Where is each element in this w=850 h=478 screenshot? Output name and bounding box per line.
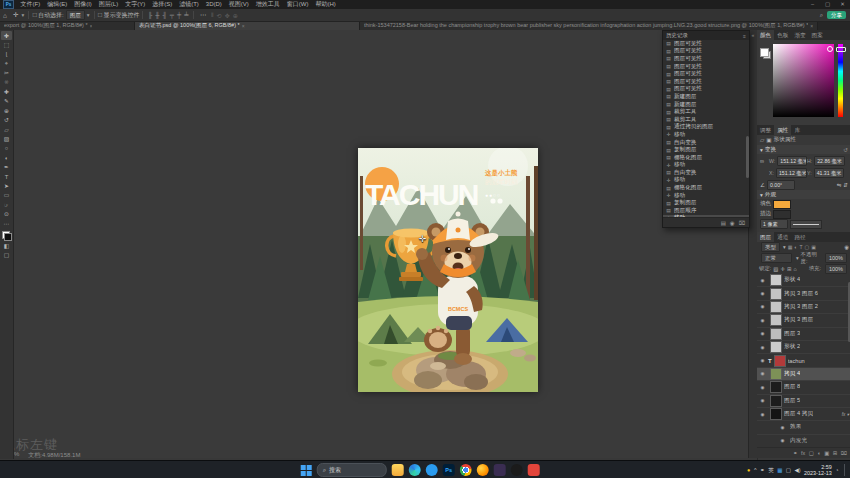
- tray-hidden-icons-chevron[interactable]: ^: [754, 467, 757, 473]
- layer-visibility-eye-icon[interactable]: ◉: [759, 331, 766, 336]
- layer-visibility-eye-icon[interactable]: ◉: [759, 371, 766, 376]
- layer-style-icon[interactable]: fx: [801, 450, 805, 456]
- document-tab[interactable]: 表白证书.psd @ 100%(图层 6, RGB/8#) * ×: [135, 21, 360, 30]
- layer-name[interactable]: 形状 4: [784, 276, 800, 284]
- layer-thumbnail[interactable]: [774, 355, 786, 367]
- layer-name[interactable]: 图层 4 拷贝: [784, 410, 813, 418]
- link-dimensions-icon[interactable]: ∞: [760, 158, 769, 164]
- layer-row[interactable]: ◉ 图层 3: [757, 328, 850, 341]
- fill-color-swatch[interactable]: [773, 200, 791, 209]
- blend-mode-dropdown[interactable]: 正常: [761, 253, 792, 263]
- screen-mode-icon[interactable]: ▢: [1, 251, 12, 260]
- more-options-icon[interactable]: ⋯: [197, 11, 210, 19]
- layer-name[interactable]: tachun: [788, 358, 805, 364]
- reset-transform-icon[interactable]: ↺: [843, 147, 848, 153]
- stroke-style-dropdown[interactable]: [790, 220, 822, 229]
- minimize-button[interactable]: –: [805, 0, 820, 9]
- filter-pixel-layers-icon[interactable]: ▦: [787, 244, 794, 250]
- pixel-mode-icon[interactable]: ▱: [760, 137, 764, 143]
- rotation-field[interactable]: 0.00°: [767, 180, 795, 190]
- start-button[interactable]: [301, 465, 312, 476]
- layer-row[interactable]: ◉ 图层 4 拷贝 fx ▾: [757, 408, 850, 421]
- layer-name[interactable]: 图层 5: [784, 397, 800, 405]
- panel-tab[interactable]: 色板: [774, 30, 791, 40]
- align-v-center-icon[interactable]: ╪: [176, 12, 183, 18]
- menu-item[interactable]: 图层(L): [95, 0, 121, 9]
- shape-tool[interactable]: ▭: [1, 191, 12, 200]
- taskbar-search[interactable]: ⌕ 搜索: [317, 463, 387, 477]
- width-field[interactable]: 151.12 毫米: [777, 156, 807, 166]
- collapse-panels-icon[interactable]: «: [752, 32, 755, 38]
- align-top-icon[interactable]: ╤: [168, 12, 175, 18]
- new-doc-from-state-icon[interactable]: ▤: [721, 220, 726, 226]
- layer-effects-row[interactable]: ◉ 效果: [757, 421, 850, 434]
- layer-fx-badge[interactable]: fx ▾: [842, 412, 849, 417]
- auto-select-dropdown[interactable]: 图层: [66, 10, 85, 20]
- panel-menu-icon[interactable]: ≡: [743, 33, 746, 39]
- close-tab-icon[interactable]: ×: [90, 23, 93, 29]
- layer-row[interactable]: ◉ 图层 8: [757, 381, 850, 394]
- layer-visibility-eye-icon[interactable]: ◉: [759, 318, 766, 323]
- auto-select-checkbox[interactable]: ☐: [32, 12, 37, 18]
- layer-visibility-eye-icon[interactable]: ◉: [759, 278, 766, 283]
- layer-mask-icon[interactable]: ▢: [809, 450, 814, 456]
- menu-item[interactable]: 增效工具: [252, 0, 283, 9]
- document-canvas[interactable]: TACHUN 这是小土熊 的冠军时刻 ●●○○ BCMCS: [358, 148, 538, 392]
- eyedropper-tool[interactable]: ⌾: [1, 78, 12, 87]
- layer-thumbnail[interactable]: [770, 314, 782, 326]
- panel-tab[interactable]: 通道: [774, 232, 791, 242]
- tray-display-icon[interactable]: ▢: [786, 467, 791, 473]
- move-tool-preset-icon[interactable]: ✛: [10, 11, 21, 19]
- menu-item[interactable]: 文件(F): [17, 0, 44, 9]
- tray-link-icon[interactable]: ⚭: [760, 467, 765, 473]
- color-swatches-widget[interactable]: [2, 231, 12, 241]
- taskbar-file-explorer-icon[interactable]: [392, 464, 404, 476]
- layer-row[interactable]: ◉ 拷贝 4: [757, 368, 850, 381]
- taskbar-app-purple-icon[interactable]: [494, 464, 506, 476]
- layer-thumbnail[interactable]: [770, 381, 782, 393]
- layer-row[interactable]: ◉ 形状 2: [757, 341, 850, 354]
- tray-status-dot-icon[interactable]: ●: [747, 467, 750, 473]
- layer-row[interactable]: ◉ 拷贝 3 图层 6: [757, 287, 850, 300]
- layer-visibility-eye-icon[interactable]: ◉: [779, 438, 786, 443]
- history-brush-tool[interactable]: ↺: [1, 116, 12, 125]
- menu-item[interactable]: 图像(I): [71, 0, 96, 9]
- gradient-tool[interactable]: ▨: [1, 134, 12, 143]
- layer-thumbnail[interactable]: [770, 341, 782, 353]
- color-picker-cursor[interactable]: [827, 46, 833, 52]
- layer-name[interactable]: 拷贝 4: [784, 370, 800, 378]
- lasso-tool[interactable]: ɭ: [1, 50, 12, 59]
- flip-vertical-icon[interactable]: ⇵: [843, 182, 848, 188]
- panel-tab[interactable]: 颜色: [757, 30, 774, 40]
- layer-visibility-eye-icon[interactable]: ◉: [779, 425, 786, 430]
- taskbar-clock[interactable]: 2:59 2023-12-13: [804, 464, 832, 476]
- hand-tool[interactable]: ☞: [1, 200, 12, 209]
- layer-name[interactable]: 拷贝 3 图层 6: [784, 290, 818, 298]
- layer-row[interactable]: ◉ 拷贝 3 图层 2: [757, 301, 850, 314]
- new-group-icon[interactable]: ▣: [824, 450, 829, 456]
- adjustment-layer-icon[interactable]: ◐: [817, 450, 820, 456]
- layer-row[interactable]: ◉ 拷贝 3 图层: [757, 314, 850, 327]
- panel-tab[interactable]: 库: [791, 125, 803, 135]
- layer-name[interactable]: 形状 2: [784, 343, 800, 351]
- delete-layer-icon[interactable]: ⌧: [841, 450, 847, 456]
- saturation-brightness-picker[interactable]: [773, 44, 834, 117]
- mask-mode-icon[interactable]: ▣: [766, 137, 771, 143]
- align-left-icon[interactable]: ╟: [146, 12, 153, 18]
- layer-row-text[interactable]: ◉ T tachun: [757, 354, 850, 367]
- y-field[interactable]: 41.31 毫米: [814, 168, 845, 178]
- align-h-center-icon[interactable]: ╫: [154, 12, 161, 18]
- layer-visibility-eye-icon[interactable]: ◉: [759, 385, 766, 390]
- layer-thumbnail[interactable]: [770, 288, 782, 300]
- tray-app-icon[interactable]: ▦: [777, 467, 782, 473]
- type-tool[interactable]: T: [1, 172, 12, 181]
- layer-name[interactable]: 拷贝 3 图层 2: [784, 303, 818, 311]
- lock-artboard-icon[interactable]: ⊞: [787, 266, 792, 272]
- quick-selection-tool[interactable]: ⌖: [1, 59, 12, 68]
- menu-item[interactable]: 选择(S): [149, 0, 176, 9]
- menu-item[interactable]: 文字(Y): [122, 0, 149, 9]
- maximize-button[interactable]: ▢: [820, 0, 835, 9]
- delete-state-icon[interactable]: ⌧: [739, 220, 745, 226]
- close-button[interactable]: ✕: [835, 0, 850, 9]
- new-snapshot-icon[interactable]: ◉: [730, 220, 735, 226]
